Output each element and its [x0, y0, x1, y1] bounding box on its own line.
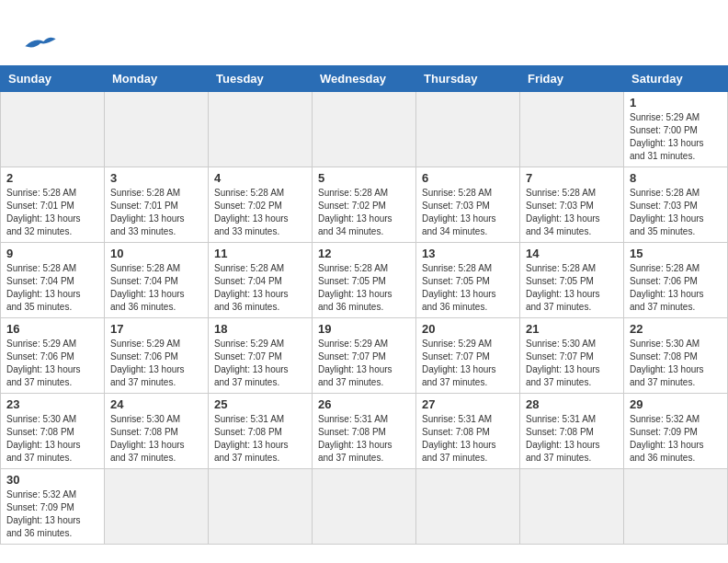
calendar-cell: 23Sunrise: 5:30 AMSunset: 7:08 PMDayligh…	[1, 394, 105, 469]
day-info: Sunrise: 5:28 AMSunset: 7:03 PMDaylight:…	[526, 187, 618, 238]
calendar-cell: 20Sunrise: 5:29 AMSunset: 7:07 PMDayligh…	[416, 318, 520, 394]
day-number: 15	[630, 247, 722, 260]
calendar-week-row: 9Sunrise: 5:28 AMSunset: 7:04 PMDaylight…	[1, 243, 728, 318]
calendar-cell: 11Sunrise: 5:28 AMSunset: 7:04 PMDayligh…	[209, 243, 313, 318]
day-info: Sunrise: 5:28 AMSunset: 7:03 PMDaylight:…	[422, 187, 514, 238]
day-number: 8	[630, 171, 722, 185]
calendar-cell: 18Sunrise: 5:29 AMSunset: 7:07 PMDayligh…	[209, 318, 313, 394]
calendar-cell: 10Sunrise: 5:28 AMSunset: 7:04 PMDayligh…	[105, 243, 209, 318]
day-info: Sunrise: 5:29 AMSunset: 7:06 PMDaylight:…	[110, 338, 202, 389]
day-info: Sunrise: 5:30 AMSunset: 7:08 PMDaylight:…	[110, 413, 202, 465]
day-info: Sunrise: 5:28 AMSunset: 7:05 PMDaylight:…	[318, 262, 410, 314]
calendar-cell: 12Sunrise: 5:28 AMSunset: 7:05 PMDayligh…	[313, 243, 416, 318]
calendar-week-row: 23Sunrise: 5:30 AMSunset: 7:08 PMDayligh…	[1, 394, 728, 469]
calendar-cell	[313, 469, 416, 545]
calendar-cell	[209, 469, 313, 545]
calendar-cell: 30Sunrise: 5:32 AMSunset: 7:09 PMDayligh…	[1, 469, 105, 545]
col-monday: Monday	[105, 66, 209, 92]
day-number: 26	[318, 397, 410, 411]
col-saturday: Saturday	[624, 66, 728, 92]
calendar-cell	[520, 92, 624, 167]
day-info: Sunrise: 5:28 AMSunset: 7:06 PMDaylight:…	[630, 262, 722, 314]
calendar-cell	[105, 469, 209, 545]
day-number: 21	[526, 322, 618, 336]
day-number: 20	[422, 322, 514, 336]
calendar-cell: 21Sunrise: 5:30 AMSunset: 7:07 PMDayligh…	[520, 318, 624, 394]
calendar-cell: 1Sunrise: 5:29 AMSunset: 7:00 PMDaylight…	[624, 92, 728, 167]
day-number: 23	[6, 397, 98, 411]
calendar-cell: 15Sunrise: 5:28 AMSunset: 7:06 PMDayligh…	[624, 243, 728, 318]
day-info: Sunrise: 5:30 AMSunset: 7:08 PMDaylight:…	[630, 338, 722, 389]
calendar-cell: 27Sunrise: 5:31 AMSunset: 7:08 PMDayligh…	[416, 394, 520, 469]
day-number: 11	[214, 247, 306, 260]
day-info: Sunrise: 5:30 AMSunset: 7:08 PMDaylight:…	[6, 413, 98, 465]
day-number: 6	[422, 171, 514, 185]
day-number: 13	[422, 247, 514, 260]
calendar-cell: 24Sunrise: 5:30 AMSunset: 7:08 PMDayligh…	[105, 394, 209, 469]
day-info: Sunrise: 5:29 AMSunset: 7:07 PMDaylight:…	[422, 338, 514, 389]
day-info: Sunrise: 5:29 AMSunset: 7:07 PMDaylight:…	[318, 338, 410, 389]
col-tuesday: Tuesday	[209, 66, 313, 92]
calendar-cell: 8Sunrise: 5:28 AMSunset: 7:03 PMDaylight…	[624, 167, 728, 243]
calendar-cell	[520, 469, 624, 545]
calendar-cell	[105, 92, 209, 167]
day-info: Sunrise: 5:30 AMSunset: 7:07 PMDaylight:…	[526, 338, 618, 389]
day-number: 30	[6, 473, 98, 487]
col-sunday: Sunday	[1, 66, 105, 92]
day-number: 29	[630, 397, 722, 411]
calendar-cell	[624, 469, 728, 545]
calendar-cell: 6Sunrise: 5:28 AMSunset: 7:03 PMDaylight…	[416, 167, 520, 243]
calendar-cell: 16Sunrise: 5:29 AMSunset: 7:06 PMDayligh…	[1, 318, 105, 394]
day-number: 27	[422, 397, 514, 411]
calendar-cell: 7Sunrise: 5:28 AMSunset: 7:03 PMDaylight…	[520, 167, 624, 243]
day-info: Sunrise: 5:29 AMSunset: 7:06 PMDaylight:…	[6, 338, 98, 389]
day-info: Sunrise: 5:32 AMSunset: 7:09 PMDaylight:…	[630, 413, 722, 465]
day-number: 22	[630, 322, 722, 336]
calendar-week-row: 2Sunrise: 5:28 AMSunset: 7:01 PMDaylight…	[1, 167, 728, 243]
day-number: 24	[110, 397, 202, 411]
day-info: Sunrise: 5:28 AMSunset: 7:05 PMDaylight:…	[526, 262, 618, 314]
calendar-cell	[209, 92, 313, 167]
day-number: 3	[110, 171, 202, 185]
day-info: Sunrise: 5:28 AMSunset: 7:03 PMDaylight:…	[630, 187, 722, 238]
day-number: 19	[318, 322, 410, 336]
day-number: 14	[526, 247, 618, 260]
calendar-cell	[1, 92, 105, 167]
calendar-table: Sunday Monday Tuesday Wednesday Thursday…	[0, 65, 728, 545]
day-info: Sunrise: 5:28 AMSunset: 7:05 PMDaylight:…	[422, 262, 514, 314]
day-info: Sunrise: 5:28 AMSunset: 7:04 PMDaylight:…	[110, 262, 202, 314]
day-info: Sunrise: 5:31 AMSunset: 7:08 PMDaylight:…	[214, 413, 306, 465]
calendar-week-row: 30Sunrise: 5:32 AMSunset: 7:09 PMDayligh…	[1, 469, 728, 545]
day-info: Sunrise: 5:32 AMSunset: 7:09 PMDaylight:…	[6, 488, 98, 540]
calendar-cell: 5Sunrise: 5:28 AMSunset: 7:02 PMDaylight…	[313, 167, 416, 243]
calendar-cell: 25Sunrise: 5:31 AMSunset: 7:08 PMDayligh…	[209, 394, 313, 469]
day-info: Sunrise: 5:28 AMSunset: 7:02 PMDaylight:…	[318, 187, 410, 238]
calendar-cell: 19Sunrise: 5:29 AMSunset: 7:07 PMDayligh…	[313, 318, 416, 394]
day-number: 5	[318, 171, 410, 185]
calendar-cell: 3Sunrise: 5:28 AMSunset: 7:01 PMDaylight…	[105, 167, 209, 243]
calendar-cell	[313, 92, 416, 167]
day-number: 4	[214, 171, 306, 185]
calendar-cell	[416, 469, 520, 545]
calendar-cell: 2Sunrise: 5:28 AMSunset: 7:01 PMDaylight…	[1, 167, 105, 243]
day-info: Sunrise: 5:31 AMSunset: 7:08 PMDaylight:…	[422, 413, 514, 465]
calendar-cell: 26Sunrise: 5:31 AMSunset: 7:08 PMDayligh…	[313, 394, 416, 469]
day-number: 12	[318, 247, 410, 260]
day-number: 2	[6, 171, 98, 185]
day-number: 9	[6, 247, 98, 260]
day-info: Sunrise: 5:28 AMSunset: 7:01 PMDaylight:…	[6, 187, 98, 238]
day-info: Sunrise: 5:31 AMSunset: 7:08 PMDaylight:…	[318, 413, 410, 465]
day-number: 28	[526, 397, 618, 411]
day-info: Sunrise: 5:28 AMSunset: 7:04 PMDaylight:…	[214, 262, 306, 314]
col-wednesday: Wednesday	[313, 66, 416, 92]
logo-bird-icon	[22, 34, 59, 52]
day-number: 16	[6, 322, 98, 336]
col-friday: Friday	[520, 66, 624, 92]
col-thursday: Thursday	[416, 66, 520, 92]
calendar-cell: 17Sunrise: 5:29 AMSunset: 7:06 PMDayligh…	[105, 318, 209, 394]
calendar-cell: 13Sunrise: 5:28 AMSunset: 7:05 PMDayligh…	[416, 243, 520, 318]
day-number: 18	[214, 322, 306, 336]
calendar-cell	[416, 92, 520, 167]
day-number: 7	[526, 171, 618, 185]
day-info: Sunrise: 5:31 AMSunset: 7:08 PMDaylight:…	[526, 413, 618, 465]
